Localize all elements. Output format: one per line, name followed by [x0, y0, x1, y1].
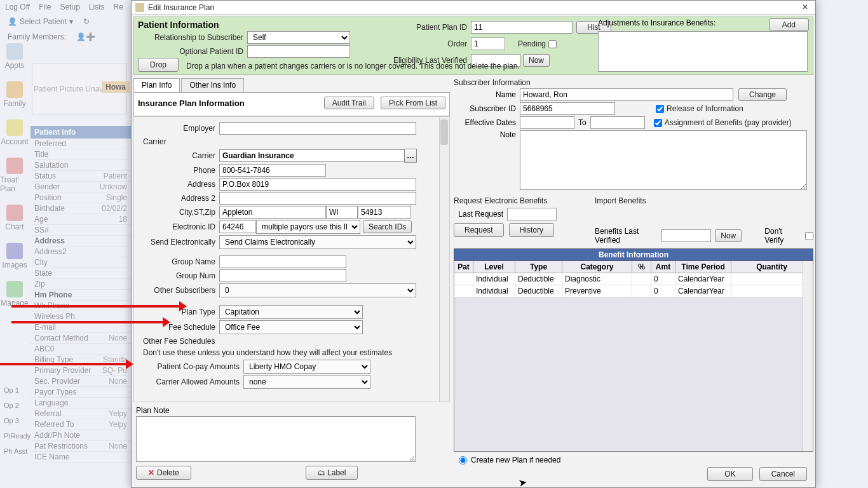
allowed-select[interactable]: none [243, 375, 370, 389]
benefits-last-verified-input[interactable] [661, 229, 711, 242]
plan-info-form: Employer Carrier Carrier… Phone Address … [133, 116, 450, 402]
effective-to-input[interactable] [590, 116, 645, 129]
assignment-label: Assignment of Benefits (pay provider) [665, 118, 792, 127]
zip-input[interactable] [358, 206, 411, 219]
benefit-row[interactable]: IndividualDeductibleDiagnostic0CalendarY… [454, 273, 813, 285]
optional-patient-id-input[interactable] [247, 45, 350, 58]
note-label: Note [454, 130, 520, 139]
insurance-plan-info-title: Insurance Plan Information [138, 98, 318, 108]
address-input[interactable] [219, 178, 416, 191]
benefit-scrollbar[interactable] [803, 261, 813, 451]
release-label: Release of Information [667, 104, 743, 113]
optional-patient-id-label: Optional Patient ID [138, 47, 247, 56]
electronic-id-select[interactable]: multiple payors use this ID [256, 220, 360, 234]
pick-from-list-button[interactable]: Pick From List [381, 97, 445, 109]
csz-label: City,ST,Zip [138, 208, 219, 217]
send-electronically-select[interactable]: Send Claims Electronically [219, 235, 416, 249]
scrollbar[interactable] [439, 117, 449, 402]
search-ids-button[interactable]: Search IDs [363, 220, 412, 233]
change-button[interactable]: Change [738, 88, 787, 101]
delete-button[interactable]: ✕Delete [136, 466, 191, 480]
col-percent: % [632, 261, 651, 273]
bg-patient-row: Age18 [31, 214, 131, 225]
audit-trail-button[interactable]: Audit Trail [324, 97, 374, 109]
subscriber-info-title: Subscriber Information [454, 78, 813, 87]
employer-input[interactable] [219, 122, 416, 135]
tab-strip: Plan Info Other Ins Info [133, 78, 450, 92]
carrier-input[interactable] [219, 149, 405, 162]
tab-other-ins-info[interactable]: Other Ins Info [181, 78, 244, 92]
drop-button[interactable]: Drop [138, 58, 179, 72]
carrier-browse-button[interactable]: … [404, 149, 417, 163]
effective-from-input[interactable] [520, 116, 574, 129]
assignment-checkbox[interactable] [654, 119, 662, 127]
state-input[interactable] [326, 206, 358, 219]
bg-select-patient: Select Patient [20, 17, 67, 26]
copay-label: Patient Co-pay Amounts [138, 362, 243, 371]
tab-plan-info[interactable]: Plan Info [133, 78, 180, 92]
city-input[interactable] [219, 206, 326, 219]
other-fee-note: Don't use these unless you understand ho… [138, 347, 443, 358]
request-button[interactable]: Request [454, 223, 504, 237]
electronic-id-label: Electronic ID [138, 222, 219, 231]
allowed-label: Carrier Allowed Amounts [138, 377, 243, 386]
order-input[interactable] [471, 37, 505, 50]
bg-patient-row: Contact MethodNone [31, 333, 131, 344]
close-icon[interactable]: ✕ [799, 3, 811, 13]
patient-plan-id-input[interactable] [471, 21, 573, 34]
relationship-select[interactable]: Self [247, 31, 350, 44]
bg-patient-row: ICE Name [31, 452, 131, 463]
fee-schedule-select[interactable]: Office Fee [219, 320, 363, 334]
other-subscribers-label: Other Subscribers [138, 286, 219, 295]
add-button[interactable]: Add [769, 18, 809, 31]
pending-checkbox[interactable] [548, 40, 557, 48]
subscriber-note-textarea[interactable] [520, 130, 807, 190]
bg-patient-row: City [31, 257, 131, 268]
bg-patient-row: Zip [31, 279, 131, 290]
adjustments-listbox[interactable] [598, 31, 808, 72]
col-category: Category [562, 261, 632, 273]
group-num-input[interactable] [219, 269, 346, 282]
address2-label: Address 2 [138, 194, 219, 203]
subscriber-id-label: Subscriber ID [454, 104, 520, 113]
subscriber-id-input[interactable] [520, 102, 615, 115]
other-subscribers-select[interactable]: 0 [219, 283, 416, 297]
employer-label: Employer [138, 124, 219, 133]
bg-patient-row: E-mail [31, 322, 131, 333]
dont-verify-checkbox[interactable] [805, 232, 813, 240]
bg-patient-row: PositionSingle [31, 193, 131, 203]
benefit-row[interactable]: IndividualDeductiblePreventive0CalendarY… [454, 285, 813, 297]
carrier-label: Carrier [138, 151, 219, 160]
dialog-title: Edit Insurance Plan [148, 3, 799, 12]
bg-patient-row: Addr/Ph Note [31, 430, 131, 441]
bg-menu-item: Re [114, 3, 123, 11]
benefit-header-row: Pat Level Type Category % Amt Time Perio… [454, 261, 813, 273]
copay-select[interactable]: Liberty HMO Copay [243, 360, 370, 374]
address2-input[interactable] [219, 192, 416, 205]
pending-label: Pending [518, 39, 546, 48]
now-button-2[interactable]: Now [715, 229, 742, 242]
history-button[interactable]: History [509, 223, 554, 237]
ok-button[interactable]: OK [707, 467, 752, 481]
label-button[interactable]: 🗂 Label [306, 466, 358, 480]
bg-patient-row: Primary ProviderSQ- Pu [31, 365, 131, 376]
plan-type-select[interactable]: Capitation [219, 305, 363, 319]
appts-icon [6, 43, 23, 60]
bg-op: Op 1 [0, 385, 23, 395]
plan-note-textarea[interactable] [136, 416, 416, 462]
bg-patient-row: Title [31, 149, 131, 160]
release-checkbox[interactable] [656, 105, 664, 113]
last-request-input[interactable] [507, 208, 557, 220]
electronic-id-input[interactable] [219, 220, 256, 233]
now-button[interactable]: Now [523, 54, 550, 67]
phone-label: Phone [138, 166, 219, 175]
request-benefits-title: Request Electronic Benefits [454, 196, 557, 205]
benefit-table: Pat Level Type Category % Amt Time Perio… [454, 261, 813, 452]
phone-input[interactable] [219, 164, 326, 177]
cancel-button[interactable]: Cancel [759, 467, 807, 481]
red-arrow-icon [11, 321, 163, 323]
group-name-input[interactable] [219, 255, 346, 268]
subscriber-name-input[interactable] [520, 88, 733, 101]
create-new-plan-radio[interactable] [459, 456, 467, 464]
other-fee-schedules-label: Other Fee Schedules [138, 336, 443, 347]
